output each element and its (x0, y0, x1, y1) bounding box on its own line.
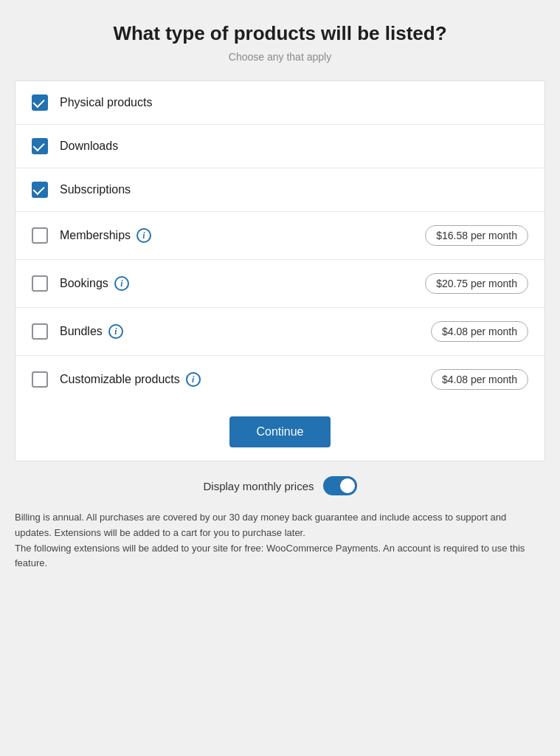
billing-notice: Billing is annual. All purchases are cov… (15, 510, 545, 571)
option-label-subscriptions: Subscriptions (60, 183, 528, 196)
checkbox-bookings[interactable] (32, 275, 48, 292)
option-label-bookings: Bookingsi (60, 276, 425, 291)
option-row-bookings[interactable]: Bookingsi$20.75 per month (15, 260, 545, 308)
checkbox-customizable[interactable] (32, 371, 48, 388)
checkbox-memberships[interactable] (32, 227, 48, 244)
monthly-prices-toggle[interactable] (323, 476, 357, 495)
checkbox-bundles[interactable] (32, 323, 48, 340)
option-label-customizable: Customizable productsi (60, 372, 431, 387)
option-row-subscriptions[interactable]: Subscriptions (15, 168, 545, 212)
option-label-text-customizable: Customizable products (60, 373, 180, 386)
option-label-text-bookings: Bookings (60, 277, 108, 290)
option-label-physical: Physical products (60, 96, 528, 109)
option-label-text-subscriptions: Subscriptions (60, 183, 131, 196)
checkbox-unchecked-bookings (32, 275, 48, 292)
info-icon-memberships[interactable]: i (136, 228, 151, 243)
option-label-downloads: Downloads (60, 140, 528, 153)
options-card: Physical productsDownloadsSubscriptionsM… (15, 80, 545, 461)
page-container: What type of products will be listed? Ch… (15, 22, 545, 571)
checkbox-downloads[interactable] (32, 138, 48, 154)
option-label-text-bundles: Bundles (60, 325, 103, 338)
price-badge-customizable: $4.08 per month (431, 369, 528, 390)
toggle-row: Display monthly prices (15, 476, 545, 495)
option-label-text-memberships: Memberships (60, 229, 131, 242)
price-badge-bundles: $4.08 per month (431, 321, 528, 342)
option-label-text-physical: Physical products (60, 96, 152, 109)
option-row-physical[interactable]: Physical products (15, 81, 545, 125)
continue-row: Continue (15, 403, 545, 461)
continue-button[interactable]: Continue (229, 416, 330, 447)
info-icon-bookings[interactable]: i (114, 276, 129, 291)
page-subtitle: Choose any that apply (15, 51, 545, 63)
checkbox-unchecked-bundles (32, 323, 48, 340)
page-title: What type of products will be listed? (15, 22, 545, 45)
checkbox-checked-downloads (32, 138, 48, 154)
info-icon-customizable[interactable]: i (186, 372, 201, 387)
checkbox-unchecked-memberships (32, 227, 48, 244)
checkbox-checked-physical (32, 94, 48, 111)
option-row-bundles[interactable]: Bundlesi$4.08 per month (15, 308, 545, 356)
option-label-text-downloads: Downloads (60, 140, 118, 153)
option-row-memberships[interactable]: Membershipsi$16.58 per month (15, 212, 545, 260)
toggle-label: Display monthly prices (203, 480, 314, 492)
price-badge-bookings: $20.75 per month (425, 273, 528, 294)
checkbox-unchecked-customizable (32, 371, 48, 388)
option-label-memberships: Membershipsi (60, 228, 425, 243)
info-icon-bundles[interactable]: i (108, 324, 123, 339)
option-row-downloads[interactable]: Downloads (15, 125, 545, 168)
checkbox-physical[interactable] (32, 94, 48, 111)
option-label-bundles: Bundlesi (60, 324, 431, 339)
option-row-customizable[interactable]: Customizable productsi$4.08 per month (15, 356, 545, 403)
checkbox-checked-subscriptions (32, 182, 48, 198)
price-badge-memberships: $16.58 per month (425, 225, 528, 246)
checkbox-subscriptions[interactable] (32, 182, 48, 198)
